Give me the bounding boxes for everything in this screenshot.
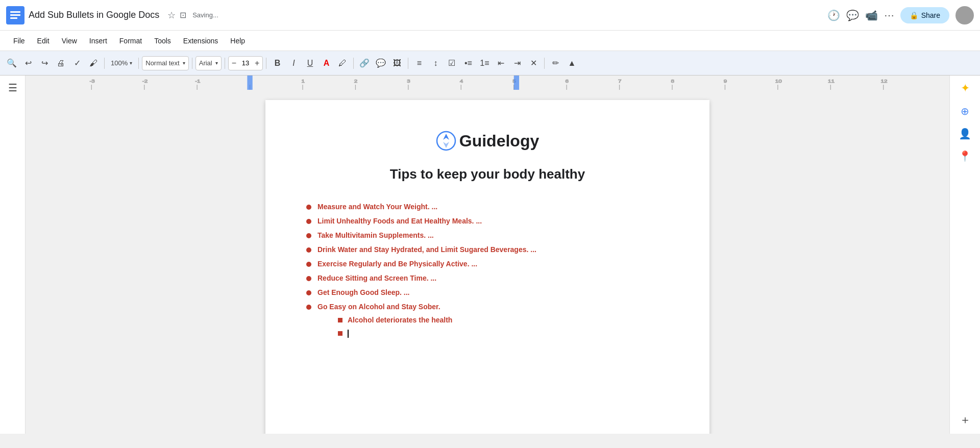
menu-extensions[interactable]: Extensions — [178, 35, 223, 47]
sep2 — [138, 58, 139, 69]
collapse-toolbar-button[interactable]: ▲ — [564, 56, 579, 71]
spellcheck-button[interactable]: ✓ — [69, 56, 85, 71]
font-dropdown[interactable]: Arial ▾ — [195, 56, 222, 70]
svg-text:7: 7 — [618, 79, 622, 84]
bold-button[interactable]: B — [270, 56, 285, 71]
share-button[interactable]: 🔒 Share — [900, 7, 949, 23]
list-item: Measure and Watch Your Weight. ... — [306, 203, 669, 211]
font-size-control: − + — [228, 56, 263, 70]
svg-text:6: 6 — [566, 79, 569, 84]
svg-text:2: 2 — [354, 79, 358, 84]
sub-list-item-text[interactable]: Alcohol deteriorates the health — [348, 316, 452, 324]
document-heading[interactable]: Tips to keep your body healthy — [306, 166, 669, 182]
highlight-button[interactable]: 🖊 — [335, 56, 350, 71]
text-cursor — [348, 330, 349, 338]
cloud-icon[interactable]: ⊡ — [180, 10, 186, 20]
clear-format-button[interactable]: ✕ — [526, 56, 541, 71]
italic-button[interactable]: I — [286, 56, 301, 71]
font-size-input[interactable] — [238, 59, 253, 67]
font-size-decrease[interactable]: − — [231, 59, 237, 68]
title-right-group: 🕐 💬 📹 ⋯ 🔒 Share — [827, 6, 974, 24]
paint-format-button[interactable]: 🖌 — [86, 56, 101, 71]
svg-rect-37 — [514, 76, 519, 90]
menu-tools[interactable]: Tools — [149, 35, 176, 47]
add-panel-icon[interactable]: ＋ — [960, 412, 971, 428]
text-color-button[interactable]: A — [318, 56, 334, 71]
list-item-text[interactable]: Drink Water and Stay Hydrated, and Limit… — [317, 245, 536, 254]
style-chevron-icon: ▾ — [183, 60, 185, 66]
bookmark-icon[interactable]: ⊕ — [961, 105, 969, 117]
logo-icon — [436, 131, 456, 151]
undo-button[interactable]: ↩ — [20, 56, 36, 71]
dots-icon[interactable]: ⋯ — [884, 9, 894, 21]
user-avatar[interactable] — [955, 6, 974, 24]
print-button[interactable]: 🖨 — [53, 56, 68, 71]
list-item-text[interactable]: Reduce Sitting and Screen Time. ... — [317, 274, 436, 282]
comments-icon[interactable]: 💬 — [846, 9, 859, 21]
svg-text:10: 10 — [775, 79, 782, 84]
svg-text:9: 9 — [724, 79, 727, 84]
indent-increase-button[interactable]: ⇥ — [509, 56, 525, 71]
menu-help[interactable]: Help — [225, 35, 250, 47]
list-item-text[interactable]: Measure and Watch Your Weight. ... — [317, 203, 437, 211]
comment-button[interactable]: 💬 — [373, 56, 388, 71]
numbered-list-button[interactable]: 1≡ — [477, 56, 492, 71]
star-icon[interactable]: ☆ — [167, 10, 176, 21]
edit-mode-button[interactable]: ✏ — [548, 56, 563, 71]
sub-list-item-text[interactable] — [348, 329, 349, 338]
sep6 — [353, 58, 354, 69]
list-item-text[interactable]: Exercise Regularly and Be Physically Act… — [317, 260, 477, 268]
menu-bar: File Edit View Insert Format Tools Exten… — [0, 31, 980, 51]
svg-text:1: 1 — [301, 79, 305, 84]
ruler-svg: -3 -2 -1 1 2 3 4 5 6 7 8 9 10 11 12 — [26, 76, 949, 90]
search-button[interactable]: 🔍 — [4, 56, 19, 71]
list-item-text[interactable]: Go Easy on Alcohol and Stay Sober. Alcoh… — [317, 303, 452, 343]
list-item-text[interactable]: Get Enough Good Sleep. ... — [317, 288, 409, 296]
redo-button[interactable]: ↪ — [37, 56, 52, 71]
bullet-dot — [306, 305, 311, 310]
line-spacing-button[interactable]: ↕ — [428, 56, 443, 71]
gemini-icon[interactable]: ✦ — [961, 82, 970, 95]
list-item-text[interactable]: Limit Unhealthy Foods and Eat Healthy Me… — [317, 217, 482, 225]
sep5 — [266, 58, 266, 69]
image-button[interactable]: 🖼 — [389, 56, 405, 71]
right-panel: ✦ ⊕ 👤 📍 ＋ — [949, 76, 980, 434]
lock-icon: 🔒 — [910, 11, 918, 19]
underline-button[interactable]: U — [302, 56, 317, 71]
chevron-down-icon: ▾ — [130, 60, 132, 66]
bullet-dot — [306, 262, 311, 267]
list-item: Get Enough Good Sleep. ... — [306, 288, 669, 296]
people-icon[interactable]: 👤 — [959, 128, 971, 140]
video-icon[interactable]: 📹 — [865, 9, 878, 21]
outline-icon[interactable]: ☰ — [8, 82, 17, 94]
font-chevron-icon: ▾ — [215, 60, 218, 66]
menu-format[interactable]: Format — [114, 35, 147, 47]
indent-decrease-button[interactable]: ⇤ — [493, 56, 508, 71]
bullet-list-button[interactable]: •≡ — [460, 56, 476, 71]
sub-list-item: Alcohol deteriorates the health — [338, 316, 452, 324]
sep3 — [192, 58, 192, 69]
menu-edit[interactable]: Edit — [32, 35, 55, 47]
maps-icon[interactable]: 📍 — [959, 150, 971, 162]
document-scroll[interactable]: Guidelogy Tips to keep your body healthy… — [26, 90, 949, 434]
bullet-dot — [306, 276, 311, 281]
text-style-dropdown[interactable]: Normal text ▾ — [142, 56, 188, 70]
list-item-text[interactable]: Take Multivitamin Supplements. ... — [317, 231, 434, 239]
link-button[interactable]: 🔗 — [357, 56, 372, 71]
sub-bullet-square — [338, 318, 342, 322]
gdocs-app-icon[interactable] — [6, 6, 24, 24]
history-icon[interactable]: 🕐 — [827, 9, 840, 21]
sub-bullet-square — [338, 331, 342, 336]
sep7 — [408, 58, 408, 69]
svg-rect-1 — [10, 11, 20, 13]
zoom-dropdown[interactable]: 100% ▾ — [108, 56, 135, 71]
menu-insert[interactable]: Insert — [84, 35, 112, 47]
document-title[interactable]: Add Sub Bullets in Google Docs — [29, 10, 159, 20]
menu-view[interactable]: View — [57, 35, 82, 47]
sep8 — [544, 58, 545, 69]
checklist-button[interactable]: ☑ — [444, 56, 459, 71]
svg-text:-2: -2 — [142, 79, 148, 84]
align-button[interactable]: ≡ — [411, 56, 427, 71]
font-size-increase[interactable]: + — [254, 59, 260, 68]
menu-file[interactable]: File — [8, 35, 30, 47]
